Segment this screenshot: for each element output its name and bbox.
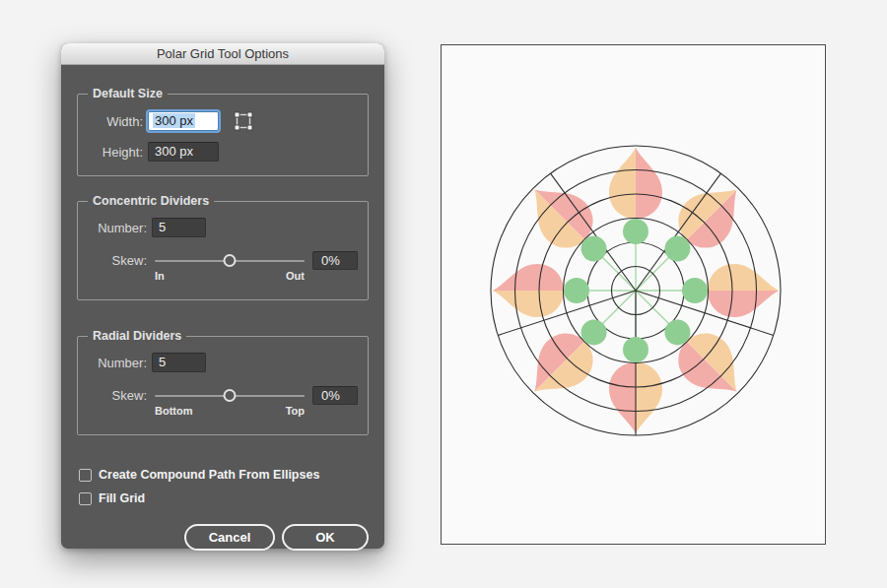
fill-grid-option-row: Fill Grid bbox=[79, 491, 369, 505]
radial-skew-slider[interactable]: Bottom Top bbox=[155, 389, 305, 403]
polar-grid-flower-artwork bbox=[442, 45, 825, 544]
compound-path-checkbox-label[interactable]: Create Compound Path From Ellipses bbox=[99, 468, 319, 482]
concentric-number-input[interactable]: 5 bbox=[152, 218, 206, 237]
concentric-skew-row: Skew: In Out 0% bbox=[86, 251, 358, 286]
radial-dividers-legend: Radial Dividers bbox=[88, 329, 186, 343]
radial-skew-label: Skew: bbox=[86, 388, 147, 403]
width-row: Width: 300 px bbox=[86, 110, 358, 132]
default-size-section: Default Size Width: 300 px Hei bbox=[77, 94, 369, 176]
slider-min-label: In bbox=[155, 270, 165, 282]
slider-knob[interactable] bbox=[224, 254, 237, 267]
radial-skew-input[interactable]: 0% bbox=[312, 386, 358, 405]
dialog-actions: Cancel OK bbox=[77, 524, 369, 551]
ok-button[interactable]: OK bbox=[282, 524, 369, 551]
concentric-skew-label: Skew: bbox=[86, 253, 147, 268]
default-size-legend: Default Size bbox=[88, 87, 168, 100]
concentric-skew-slider[interactable]: In Out bbox=[155, 254, 305, 268]
dialog-content: Default Size Width: 300 px Hei bbox=[61, 94, 384, 551]
radial-number-row: Number: 5 bbox=[86, 353, 358, 372]
constrain-proportions-icon[interactable] bbox=[233, 110, 254, 132]
artboard-canvas[interactable] bbox=[441, 44, 826, 545]
illustrator-workspace: { "window": { "title": "Polar Grid Tool … bbox=[0, 0, 887, 588]
height-label: Height: bbox=[86, 145, 143, 160]
width-input[interactable]: 300 px bbox=[148, 111, 219, 131]
concentric-dividers-legend: Concentric Dividers bbox=[88, 194, 214, 208]
fill-grid-checkbox[interactable] bbox=[79, 492, 92, 505]
concentric-number-label: Number: bbox=[86, 221, 147, 235]
radial-number-input[interactable]: 5 bbox=[152, 353, 206, 372]
fill-grid-checkbox-label[interactable]: Fill Grid bbox=[99, 491, 145, 505]
concentric-dividers-section: Concentric Dividers Number: 5 Skew: In O… bbox=[77, 201, 369, 300]
polar-grid-tool-options-dialog: Polar Grid Tool Options Default Size Wid… bbox=[61, 43, 384, 549]
concentric-number-row: Number: 5 bbox=[86, 218, 358, 237]
radial-dividers-section: Radial Dividers Number: 5 Skew: Bottom T… bbox=[77, 336, 369, 435]
dialog-title: Polar Grid Tool Options bbox=[157, 46, 289, 61]
cancel-button[interactable]: Cancel bbox=[184, 524, 275, 551]
slider-max-label: Out bbox=[286, 270, 305, 282]
width-label: Width: bbox=[86, 114, 143, 129]
concentric-skew-input[interactable]: 0% bbox=[312, 251, 358, 270]
slider-knob[interactable] bbox=[224, 389, 237, 402]
slider-max-label: Top bbox=[286, 405, 305, 417]
radial-number-label: Number: bbox=[86, 356, 147, 370]
compound-path-option-row: Create Compound Path From Ellipses bbox=[79, 468, 369, 482]
width-value-selected-text: 300 px bbox=[153, 113, 195, 128]
slider-min-label: Bottom bbox=[155, 405, 193, 417]
dialog-titlebar[interactable]: Polar Grid Tool Options bbox=[61, 43, 384, 65]
radial-skew-row: Skew: Bottom Top 0% bbox=[86, 386, 358, 421]
height-row: Height: 300 px bbox=[86, 142, 358, 162]
height-input[interactable]: 300 px bbox=[148, 142, 219, 162]
compound-path-checkbox[interactable] bbox=[79, 469, 92, 482]
